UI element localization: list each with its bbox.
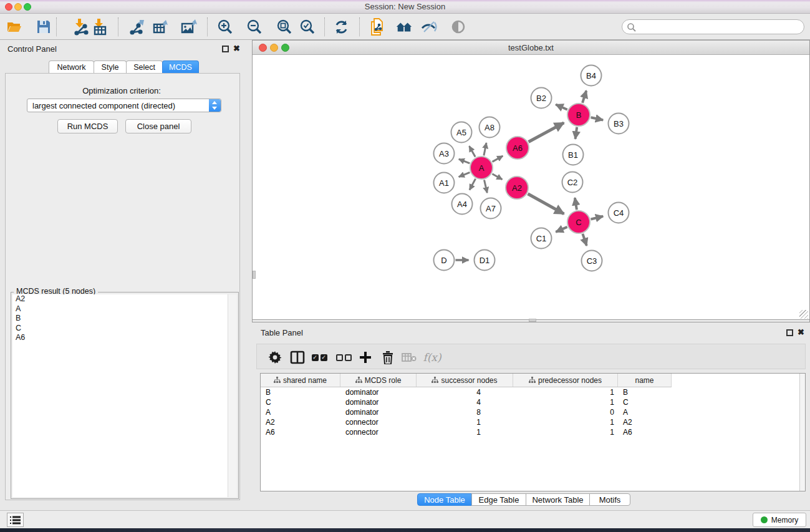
graph-edge-A-A6[interactable] [493, 156, 503, 162]
graph-edge-C-C1[interactable] [556, 227, 567, 232]
show-panels-button[interactable] [7, 513, 24, 527]
table-cell[interactable]: A [261, 407, 340, 417]
tab-node-table[interactable]: Node Table [417, 493, 472, 506]
table-cell[interactable]: 0 [513, 407, 618, 417]
network-canvas[interactable]: AA1A2A3A4A5A6A7A8BB1B2B3B4CC1C2C3C4DD1 [253, 55, 809, 320]
table-cell[interactable]: dominator [340, 397, 417, 407]
search-field[interactable] [622, 19, 804, 34]
clone-network-icon[interactable] [369, 18, 386, 36]
export-image-icon[interactable] [180, 18, 198, 36]
column-header-mcds-role[interactable]: MCDS role [340, 374, 417, 387]
table-row[interactable]: A2connector11A2 [261, 417, 799, 427]
tab-network-table[interactable]: Network Table [526, 493, 590, 506]
result-list-item[interactable]: A2 [12, 294, 229, 304]
result-list-item[interactable]: B [12, 314, 229, 324]
zoom-out-icon[interactable] [246, 18, 263, 36]
zoom-selected-icon[interactable] [299, 18, 316, 36]
graph-edge-A-A3[interactable] [459, 159, 470, 163]
tab-mcds[interactable]: MCDS [162, 60, 199, 74]
graph-edge-C-C3[interactable] [582, 234, 586, 246]
canvas-horizontal-scrollbar[interactable] [529, 319, 536, 322]
graph-edge-A6-B[interactable] [529, 123, 564, 142]
table-cell[interactable]: A6 [261, 427, 340, 437]
optimization-criterion-dropdown[interactable]: largest connected component (directed) [27, 99, 221, 112]
table-row[interactable]: Cdominator41C [261, 397, 799, 407]
table-cell[interactable]: B [261, 387, 340, 397]
table-cell[interactable]: 4 [417, 387, 513, 397]
close-panel-icon[interactable]: ✖ [233, 44, 240, 53]
tab-edge-table[interactable]: Edge Table [471, 493, 526, 506]
graph-edge-A-A1[interactable] [459, 172, 470, 177]
mcds-result-list[interactable]: A2ABCA6 [12, 294, 229, 497]
table-row[interactable]: Bdominator41B [261, 387, 799, 397]
result-list-item[interactable]: A6 [12, 333, 229, 343]
graph-edge-A-A7[interactable] [484, 180, 487, 193]
canvas-vertical-scrollbar[interactable] [253, 271, 256, 279]
table-cell[interactable]: 1 [513, 427, 618, 437]
hide-selected-icon[interactable] [420, 18, 438, 36]
graph-edge-A-A5[interactable] [469, 146, 475, 157]
table-cell[interactable]: 1 [513, 397, 618, 407]
delete-column-icon[interactable] [380, 349, 396, 365]
network-graph[interactable]: AA1A2A3A4A5A6A7A8BB1B2B3B4CC1C2C3C4DD1 [253, 55, 809, 319]
table-cell[interactable]: A [618, 407, 672, 417]
split-view-icon[interactable] [289, 349, 306, 365]
tab-select[interactable]: Select [126, 60, 163, 74]
graph-edge-B-B2[interactable] [556, 104, 567, 109]
open-file-icon[interactable] [6, 18, 23, 36]
close-table-panel-icon[interactable]: ✖ [798, 327, 804, 337]
table-cell[interactable]: 1 [513, 417, 618, 427]
zoom-in-icon[interactable] [216, 18, 234, 36]
table-cell[interactable]: C [261, 397, 340, 407]
show-graphics-details-icon[interactable] [450, 18, 467, 36]
graph-edge-A-A4[interactable] [470, 179, 476, 190]
table-cell[interactable]: C [618, 397, 672, 407]
table-settings-icon[interactable] [267, 349, 283, 365]
table-cell[interactable]: dominator [340, 387, 417, 397]
result-list-item[interactable]: C [12, 324, 229, 334]
graph-edge-C-C4[interactable] [591, 216, 603, 220]
save-session-icon[interactable] [35, 18, 52, 36]
float-table-panel-icon[interactable] [786, 329, 793, 336]
table-cell[interactable]: A2 [261, 417, 340, 427]
float-panel-icon[interactable] [222, 46, 229, 52]
table-cell[interactable]: 1 [417, 427, 513, 437]
memory-button[interactable]: Memory [753, 513, 806, 527]
column-header-successor-nodes[interactable]: successor nodes [417, 374, 513, 387]
table-row[interactable]: Adominator80A [261, 407, 799, 417]
column-header-predecessor-nodes[interactable]: predecessor nodes [513, 374, 618, 387]
export-table-icon[interactable] [152, 18, 169, 36]
table-cell[interactable]: dominator [340, 407, 417, 417]
column-header-shared-name[interactable]: shared name [261, 374, 340, 387]
table-cell[interactable]: A2 [618, 417, 672, 427]
graph-edge-B-B1[interactable] [576, 127, 577, 139]
table-cell[interactable]: 1 [513, 387, 618, 397]
column-header-name[interactable]: name [618, 374, 672, 387]
add-column-icon[interactable] [357, 349, 374, 365]
graph-edge-C-C2[interactable] [575, 198, 577, 210]
table-cell[interactable]: 1 [417, 417, 513, 427]
window-resize-grip[interactable] [799, 310, 808, 319]
tab-style[interactable]: Style [94, 60, 127, 74]
tab-motifs[interactable]: Motifs [589, 493, 630, 506]
graph-edge-B-B4[interactable] [582, 90, 586, 103]
refresh-icon[interactable] [332, 18, 350, 36]
import-network-icon[interactable] [72, 18, 89, 36]
run-mcds-button[interactable]: Run MCDS [57, 119, 118, 133]
deselect-all-columns-icon[interactable] [335, 349, 352, 365]
graph-edge-B-B3[interactable] [591, 117, 604, 120]
table-cell[interactable]: 4 [417, 397, 513, 407]
tab-network[interactable]: Network [49, 60, 94, 74]
export-network-icon[interactable] [128, 18, 146, 36]
table-cell[interactable]: 8 [417, 407, 513, 417]
table-scrollbar[interactable] [799, 374, 805, 491]
search-input[interactable] [639, 21, 799, 32]
table-cell[interactable]: A6 [618, 427, 672, 437]
first-neighbors-icon[interactable] [395, 18, 413, 36]
import-table-icon[interactable] [91, 18, 108, 36]
table-cell[interactable]: B [618, 387, 672, 397]
table-cell[interactable]: connector [340, 417, 417, 427]
table-cell[interactable]: connector [340, 427, 417, 437]
select-all-columns-icon[interactable]: ✓✓ [311, 349, 327, 365]
zoom-fit-icon[interactable] [276, 18, 293, 36]
